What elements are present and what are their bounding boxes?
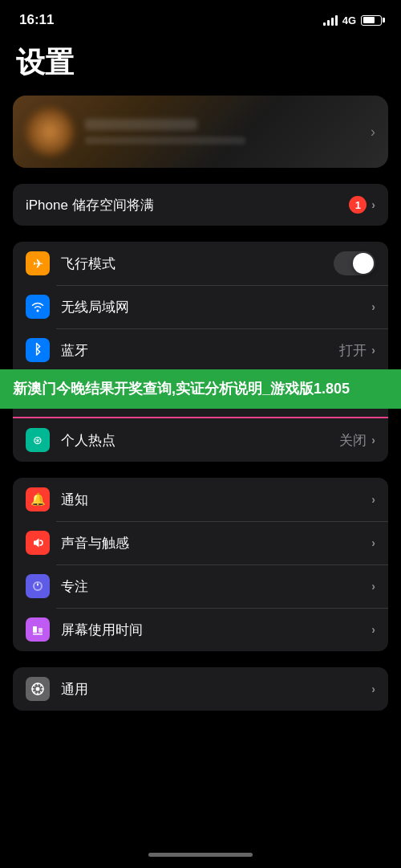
- profile-chevron-icon: ›: [371, 124, 375, 141]
- bluetooth-value: 打开: [339, 341, 367, 360]
- screentime-chevron-icon: ›: [371, 623, 375, 636]
- user-info: [85, 119, 359, 145]
- user-name-blur: [85, 119, 197, 130]
- signal-icon: [323, 14, 338, 26]
- sound-label: 声音与触感: [61, 534, 371, 552]
- banner-text: 新澳门今晚结果开奖查询,实证分析说明_游戏版1.805: [13, 379, 388, 399]
- wifi-right: ›: [371, 300, 375, 313]
- storage-right: 1 ›: [349, 196, 375, 214]
- bluetooth-label: 蓝牙: [61, 341, 339, 360]
- hotspot-label: 个人热点: [61, 431, 339, 450]
- notification-section: 🔔 通知 › 声音与触感 › 专注 ›: [13, 478, 388, 651]
- airplane-right: [334, 251, 375, 275]
- battery-icon: [361, 15, 382, 26]
- sound-right: ›: [371, 536, 375, 549]
- bluetooth-right: 打开 ›: [339, 341, 375, 360]
- sound-icon: [26, 531, 50, 555]
- general-row[interactable]: 通用 ›: [13, 667, 388, 711]
- hotspot-icon: ⊛: [26, 428, 50, 452]
- wifi-row[interactable]: 无线局域网 ›: [13, 285, 388, 328]
- general-section: 通用 ›: [13, 667, 388, 711]
- focus-right: ›: [371, 580, 375, 593]
- storage-label: iPhone 储存空间将满: [26, 196, 349, 214]
- page-title: 设置: [0, 35, 401, 96]
- toggle-knob: [353, 253, 374, 274]
- notifications-right: ›: [371, 493, 375, 506]
- general-right: ›: [371, 683, 375, 695]
- screentime-row[interactable]: 屏幕使用时间 ›: [13, 608, 388, 651]
- status-icons: 4G: [323, 14, 382, 26]
- user-profile-row[interactable]: ›: [13, 96, 388, 168]
- bluetooth-chevron-icon: ›: [371, 344, 375, 357]
- avatar: [26, 108, 74, 156]
- airplane-toggle[interactable]: [334, 251, 375, 275]
- network-type: 4G: [342, 14, 356, 26]
- airplane-row[interactable]: ✈ 飞行模式: [13, 242, 388, 285]
- sound-chevron-icon: ›: [371, 536, 375, 549]
- general-icon: [26, 677, 50, 701]
- storage-chevron-icon: ›: [371, 198, 375, 211]
- notifications-row[interactable]: 🔔 通知 ›: [13, 478, 388, 521]
- hotspot-value: 关闭: [339, 431, 367, 450]
- focus-chevron-icon: ›: [371, 580, 375, 593]
- notifications-chevron-icon: ›: [371, 493, 375, 506]
- bluetooth-icon: ᛒ: [26, 338, 50, 362]
- screentime-icon: [26, 617, 50, 642]
- storage-badge: 1: [349, 196, 367, 214]
- wifi-chevron-icon: ›: [371, 300, 375, 313]
- sound-row[interactable]: 声音与触感 ›: [13, 521, 388, 564]
- focus-row[interactable]: 专注 ›: [13, 564, 388, 608]
- focus-icon: [26, 574, 50, 598]
- airplane-icon: ✈: [26, 251, 50, 275]
- notifications-label: 通知: [61, 491, 371, 509]
- hotspot-chevron-icon: ›: [371, 434, 375, 446]
- advertisement-banner[interactable]: 新澳门今晚结果开奖查询,实证分析说明_游戏版1.805: [0, 369, 401, 409]
- screentime-label: 屏幕使用时间: [61, 621, 371, 639]
- airplane-label: 飞行模式: [61, 255, 334, 273]
- home-indicator: [148, 853, 253, 857]
- status-time: 16:11: [19, 12, 54, 28]
- svg-rect-2: [33, 626, 37, 633]
- home-indicator-bar: [0, 841, 401, 868]
- storage-row[interactable]: iPhone 储存空间将满 1 ›: [13, 184, 388, 226]
- notification-icon: 🔔: [26, 487, 50, 511]
- svg-point-6: [36, 687, 40, 691]
- screentime-right: ›: [371, 623, 375, 636]
- wifi-icon: [26, 295, 50, 319]
- wifi-label: 无线局域网: [61, 298, 371, 316]
- bluetooth-row[interactable]: ᛒ 蓝牙 打开 ›: [13, 328, 388, 372]
- svg-rect-3: [38, 628, 43, 633]
- hotspot-row[interactable]: ⊛ 个人热点 关闭 ›: [13, 418, 388, 462]
- status-bar: 16:11 4G: [0, 0, 401, 35]
- user-sub-blur: [85, 137, 245, 145]
- general-chevron-icon: ›: [371, 683, 375, 695]
- svg-rect-4: [33, 634, 43, 635]
- network-section: ✈ 飞行模式 无线局域网 › ᛒ 蓝牙 打开 ›: [13, 242, 388, 462]
- focus-label: 专注: [61, 577, 371, 596]
- general-label: 通用: [61, 680, 371, 699]
- hotspot-right: 关闭 ›: [339, 431, 375, 450]
- storage-section: iPhone 储存空间将满 1 ›: [13, 184, 388, 226]
